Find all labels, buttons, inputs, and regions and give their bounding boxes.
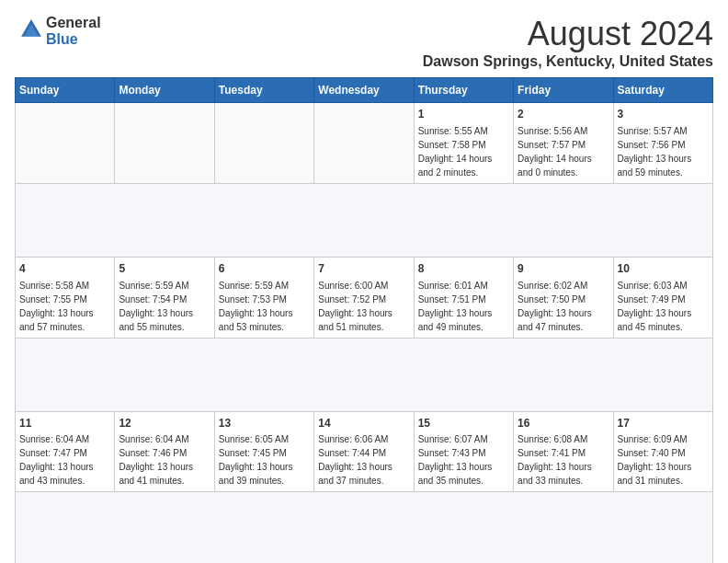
- calendar-table: SundayMondayTuesdayWednesdayThursdayFrid…: [15, 77, 713, 563]
- calendar-day-cell: 13Sunrise: 6:05 AM Sunset: 7:45 PM Dayli…: [214, 411, 313, 492]
- day-header-sunday: Sunday: [16, 78, 115, 103]
- calendar-day-cell: 15Sunrise: 6:07 AM Sunset: 7:43 PM Dayli…: [414, 411, 513, 492]
- day-info: Sunrise: 6:09 AM Sunset: 7:40 PM Dayligh…: [618, 432, 709, 488]
- calendar-day-cell: 7Sunrise: 6:00 AM Sunset: 7:52 PM Daylig…: [314, 257, 414, 338]
- day-number: 2: [518, 107, 609, 122]
- day-info: Sunrise: 5:56 AM Sunset: 7:57 PM Dayligh…: [518, 124, 609, 179]
- day-number: 11: [19, 416, 110, 431]
- day-header-saturday: Saturday: [613, 78, 712, 103]
- calendar-header-row: SundayMondayTuesdayWednesdayThursdayFrid…: [16, 78, 713, 103]
- day-info: Sunrise: 6:00 AM Sunset: 7:52 PM Dayligh…: [318, 279, 409, 334]
- title-area: August 2024 Dawson Springs, Kentucky, Un…: [423, 15, 713, 70]
- day-info: Sunrise: 6:02 AM Sunset: 7:50 PM Dayligh…: [518, 279, 609, 334]
- calendar-day-cell: 5Sunrise: 5:59 AM Sunset: 7:54 PM Daylig…: [115, 257, 214, 338]
- calendar-week-row: 4Sunrise: 5:58 AM Sunset: 7:55 PM Daylig…: [16, 257, 713, 338]
- calendar-day-cell: 11Sunrise: 6:04 AM Sunset: 7:47 PM Dayli…: [16, 411, 115, 492]
- day-number: 7: [318, 261, 409, 277]
- calendar-day-cell: 1Sunrise: 5:55 AM Sunset: 7:58 PM Daylig…: [414, 103, 513, 184]
- day-info: Sunrise: 5:57 AM Sunset: 7:56 PM Dayligh…: [618, 124, 709, 179]
- day-info: Sunrise: 6:08 AM Sunset: 7:41 PM Dayligh…: [518, 432, 609, 488]
- day-number: 9: [518, 261, 609, 277]
- day-number: 5: [119, 261, 210, 277]
- day-header-tuesday: Tuesday: [214, 78, 313, 103]
- day-number: 1: [418, 107, 509, 122]
- day-info: Sunrise: 6:07 AM Sunset: 7:43 PM Dayligh…: [418, 432, 509, 488]
- calendar-day-cell: 10Sunrise: 6:03 AM Sunset: 7:49 PM Dayli…: [613, 257, 712, 338]
- calendar-day-cell: [314, 103, 414, 184]
- day-info: Sunrise: 5:59 AM Sunset: 7:53 PM Dayligh…: [219, 279, 310, 334]
- day-info: Sunrise: 6:04 AM Sunset: 7:46 PM Dayligh…: [119, 432, 210, 488]
- day-info: Sunrise: 5:58 AM Sunset: 7:55 PM Dayligh…: [19, 279, 110, 334]
- calendar-day-cell: 3Sunrise: 5:57 AM Sunset: 7:56 PM Daylig…: [613, 103, 712, 184]
- logo-icon: [18, 17, 44, 42]
- logo-line1: General: [46, 15, 101, 31]
- day-info: Sunrise: 6:06 AM Sunset: 7:44 PM Dayligh…: [318, 432, 409, 488]
- week-divider: [16, 338, 713, 411]
- main-title: August 2024: [423, 15, 713, 53]
- day-info: Sunrise: 6:01 AM Sunset: 7:51 PM Dayligh…: [418, 279, 509, 334]
- page-header: General Blue August 2024 Dawson Springs,…: [15, 15, 713, 70]
- day-info: Sunrise: 6:05 AM Sunset: 7:45 PM Dayligh…: [219, 432, 310, 488]
- calendar-week-row: 1Sunrise: 5:55 AM Sunset: 7:58 PM Daylig…: [16, 103, 713, 184]
- logo: General Blue: [15, 15, 101, 47]
- calendar-day-cell: 6Sunrise: 5:59 AM Sunset: 7:53 PM Daylig…: [214, 257, 313, 338]
- day-number: 12: [119, 416, 210, 431]
- day-number: 15: [418, 416, 509, 431]
- day-header-wednesday: Wednesday: [314, 78, 414, 103]
- day-number: 6: [219, 261, 310, 277]
- calendar-day-cell: 2Sunrise: 5:56 AM Sunset: 7:57 PM Daylig…: [514, 103, 613, 184]
- calendar-week-row: 11Sunrise: 6:04 AM Sunset: 7:47 PM Dayli…: [16, 411, 713, 492]
- day-number: 10: [618, 261, 709, 277]
- calendar-day-cell: 14Sunrise: 6:06 AM Sunset: 7:44 PM Dayli…: [314, 411, 414, 492]
- calendar-day-cell: 12Sunrise: 6:04 AM Sunset: 7:46 PM Dayli…: [115, 411, 214, 492]
- calendar-day-cell: 4Sunrise: 5:58 AM Sunset: 7:55 PM Daylig…: [16, 257, 115, 338]
- logo-line2: Blue: [46, 31, 101, 48]
- calendar-day-cell: [115, 103, 214, 184]
- calendar-day-cell: 8Sunrise: 6:01 AM Sunset: 7:51 PM Daylig…: [414, 257, 513, 338]
- calendar-day-cell: 17Sunrise: 6:09 AM Sunset: 7:40 PM Dayli…: [613, 411, 712, 492]
- calendar-day-cell: 9Sunrise: 6:02 AM Sunset: 7:50 PM Daylig…: [514, 257, 613, 338]
- day-number: 17: [618, 416, 709, 431]
- calendar-day-cell: [16, 103, 115, 184]
- day-header-monday: Monday: [115, 78, 214, 103]
- day-header-friday: Friday: [514, 78, 613, 103]
- day-number: 8: [418, 261, 509, 277]
- sub-title: Dawson Springs, Kentucky, United States: [423, 53, 713, 70]
- day-info: Sunrise: 6:03 AM Sunset: 7:49 PM Dayligh…: [618, 279, 709, 334]
- day-number: 3: [618, 107, 709, 122]
- week-divider: [16, 492, 713, 563]
- day-number: 4: [19, 261, 110, 277]
- day-info: Sunrise: 5:59 AM Sunset: 7:54 PM Dayligh…: [119, 279, 210, 334]
- day-header-thursday: Thursday: [414, 78, 513, 103]
- day-info: Sunrise: 5:55 AM Sunset: 7:58 PM Dayligh…: [418, 124, 509, 179]
- day-info: Sunrise: 6:04 AM Sunset: 7:47 PM Dayligh…: [19, 432, 110, 488]
- week-divider: [16, 183, 713, 257]
- calendar-day-cell: 16Sunrise: 6:08 AM Sunset: 7:41 PM Dayli…: [514, 411, 613, 492]
- calendar-day-cell: [214, 103, 313, 184]
- day-number: 14: [318, 416, 409, 431]
- day-number: 13: [219, 416, 310, 431]
- day-number: 16: [518, 416, 609, 431]
